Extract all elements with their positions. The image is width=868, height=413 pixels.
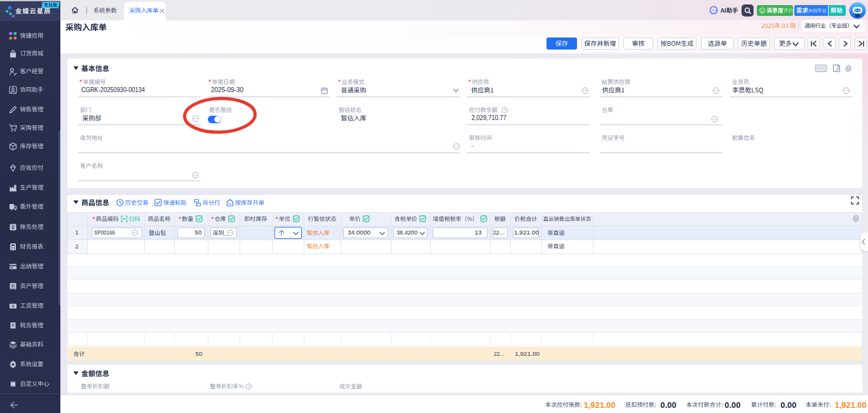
svg-text:?: ? <box>247 384 250 389</box>
